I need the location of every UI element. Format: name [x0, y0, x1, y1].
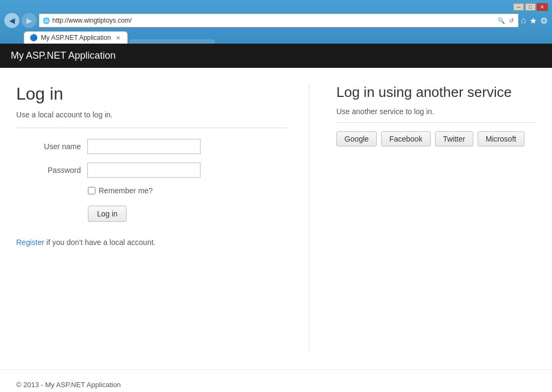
refresh-icon[interactable]: ↺: [508, 17, 515, 24]
page-content: Log in Use a local account to log in. Us…: [0, 68, 552, 369]
remember-checkbox[interactable]: [88, 187, 95, 194]
app-header: My ASP.NET Application: [0, 44, 552, 68]
window-controls: ─ □ ✕: [513, 3, 548, 11]
right-panel-subtitle: Use another service to log in.: [336, 107, 536, 123]
home-icon[interactable]: ⌂: [521, 16, 526, 25]
google-button[interactable]: Google: [336, 131, 377, 146]
password-group: Password: [16, 163, 287, 178]
page-title: Log in: [16, 84, 287, 104]
register-line: Register if you don't have a local accou…: [16, 238, 287, 247]
tab-close-button[interactable]: ✕: [114, 34, 122, 41]
password-label: Password: [32, 166, 81, 174]
browser-toolbar-right: ⌂ ★ ⚙: [521, 16, 548, 26]
left-section: Log in Use a local account to log in. Us…: [16, 84, 309, 353]
search-icon[interactable]: 🔍: [496, 17, 506, 24]
username-label: User name: [32, 142, 81, 151]
address-icon: 🌐: [43, 17, 50, 24]
username-input[interactable]: [87, 139, 201, 154]
username-group: User name: [16, 139, 287, 154]
browser-titlebar: ─ □ ✕: [4, 3, 548, 11]
settings-icon[interactable]: ⚙: [540, 16, 548, 26]
service-buttons: Google Facebook Twitter Microsoft: [336, 131, 536, 146]
favorites-icon[interactable]: ★: [529, 16, 537, 26]
minimize-button[interactable]: ─: [513, 3, 524, 11]
facebook-button[interactable]: Facebook: [381, 131, 430, 146]
active-tab[interactable]: 🔵 My ASP.NET Application ✕: [24, 31, 128, 44]
register-text: if you don't have a local account.: [44, 238, 156, 247]
page-subtitle: Use a local account to log in.: [16, 110, 287, 128]
password-input[interactable]: [87, 163, 201, 178]
browser-chrome: ─ □ ✕ ◀ ▶ 🌐 http://www.wingtiptoys.com/ …: [0, 0, 552, 44]
right-panel-title: Log in using another service: [336, 84, 536, 101]
remember-label: Remember me?: [99, 186, 153, 195]
register-link[interactable]: Register: [16, 238, 44, 247]
twitter-button[interactable]: Twitter: [435, 131, 473, 146]
browser-toolbar: ◀ ▶ 🌐 http://www.wingtiptoys.com/ 🔍 ↺ ⌂ …: [4, 13, 548, 31]
back-button[interactable]: ◀: [4, 13, 19, 28]
restore-button[interactable]: □: [525, 3, 536, 11]
tabs-bar: 🔵 My ASP.NET Application ✕: [4, 31, 548, 44]
page-footer: © 2013 - My ASP.NET Application: [0, 369, 552, 392]
login-button[interactable]: Log in: [88, 206, 127, 222]
address-actions: 🔍 ↺: [496, 17, 515, 24]
url-text: http://www.wingtiptoys.com/: [52, 17, 494, 24]
right-section: Log in using another service Use another…: [331, 84, 536, 353]
app-title: My ASP.NET Application: [11, 50, 115, 61]
forward-button[interactable]: ▶: [22, 13, 37, 28]
tab-label: My ASP.NET Application: [41, 34, 111, 41]
new-tab[interactable]: [129, 39, 215, 44]
remember-group: Remember me?: [16, 186, 287, 195]
microsoft-button[interactable]: Microsoft: [478, 131, 525, 146]
footer-text: © 2013 - My ASP.NET Application: [16, 381, 121, 389]
address-bar[interactable]: 🌐 http://www.wingtiptoys.com/ 🔍 ↺: [39, 13, 519, 27]
close-button[interactable]: ✕: [537, 3, 548, 11]
tab-icon: 🔵: [30, 34, 38, 41]
